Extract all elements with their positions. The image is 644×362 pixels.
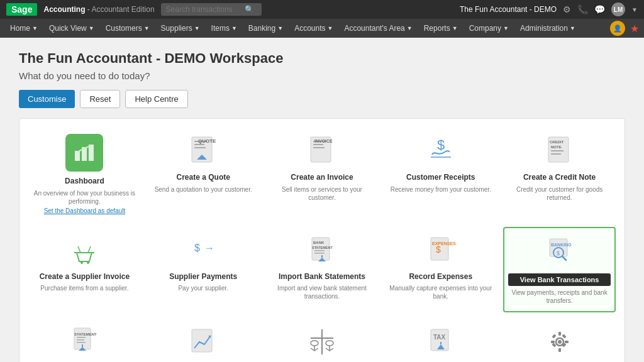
svg-text:BANKING: BANKING	[551, 243, 572, 247]
nav-quickview-label: Quick View	[49, 24, 87, 33]
svg-rect-0	[75, 151, 80, 161]
search-icon: 🔍	[245, 5, 254, 14]
card-record-expenses-desc: Manually capture expenses into your bank…	[388, 284, 493, 300]
svg-rect-59	[558, 348, 561, 352]
nav-customers[interactable]: Customers ▼	[101, 21, 155, 36]
nav-quickview-arrow: ▼	[89, 25, 94, 31]
card-supplier-payments-title: Supplier Payments	[169, 272, 237, 282]
dropdown-arrow-icon[interactable]: ▼	[631, 6, 638, 13]
nav-suppliers[interactable]: Suppliers ▼	[156, 21, 205, 36]
card-record-expenses[interactable]: EXPENSES $ Record Expenses Manually capt…	[384, 227, 497, 312]
svg-text:$: $	[436, 244, 441, 255]
cards-grid: Dashboard An overview of how your busine…	[28, 128, 616, 362]
svg-rect-43	[77, 342, 86, 343]
help-centre-button[interactable]: Help Centre	[125, 90, 187, 108]
search-box[interactable]: 🔍	[161, 3, 262, 16]
favourites-star-icon[interactable]: ★	[630, 23, 639, 35]
chat-icon[interactable]: 💬	[594, 4, 605, 14]
card-dashboard[interactable]: Dashboard An overview of how your busine…	[28, 128, 141, 221]
nav-accountants-area[interactable]: Accountant's Area ▼	[339, 21, 417, 36]
card-send-customer[interactable]: STATEMENT Send Customer	[28, 319, 141, 362]
svg-rect-63	[562, 334, 566, 338]
svg-rect-42	[77, 339, 84, 341]
svg-rect-11	[313, 144, 323, 145]
profit-loss-icon	[186, 325, 220, 359]
user-profile-icon[interactable]: 👤	[610, 21, 625, 36]
svg-line-38	[562, 256, 566, 260]
expenses-icon: EXPENSES $	[424, 233, 458, 267]
nav-home[interactable]: Home ▼	[5, 21, 43, 36]
settings-gear-icon	[543, 325, 577, 359]
svg-rect-6	[194, 147, 206, 148]
nav-administration-arrow: ▼	[570, 25, 575, 31]
nav-quickview[interactable]: Quick View ▼	[44, 21, 99, 36]
svg-text:STATEMENT: STATEMENT	[312, 246, 333, 250]
nav-administration[interactable]: Administration ▼	[515, 21, 580, 36]
svg-text:→: →	[204, 243, 214, 253]
nav-items[interactable]: Items ▼	[206, 21, 242, 36]
tax-icon: TAX	[424, 325, 458, 359]
nav-home-label: Home	[10, 24, 30, 33]
card-company-settings[interactable]: Change Company Settings	[503, 319, 616, 362]
svg-text:STATEMENT: STATEMENT	[74, 332, 97, 336]
nav-accounts[interactable]: Accounts ▼	[289, 21, 338, 36]
supplier-payments-icon: $ →	[186, 233, 220, 267]
card-dashboard-title: Dashboard	[65, 177, 104, 187]
card-balance-sheet[interactable]: Balance Sheet	[266, 319, 379, 362]
svg-rect-58	[558, 332, 561, 336]
card-supplier-invoice-desc: Purchase items from a supplier.	[40, 284, 128, 292]
balance-sheet-icon	[305, 325, 339, 359]
card-view-bank[interactable]: BANKING $ View Bank Transactions View pa…	[503, 227, 616, 312]
nav-bar-right: 👤 ★	[610, 21, 639, 36]
nav-suppliers-arrow: ▼	[194, 25, 200, 31]
svg-text:QUOTE: QUOTE	[198, 138, 216, 144]
nav-items-label: Items	[211, 24, 230, 33]
nav-banking[interactable]: Banking ▼	[243, 21, 288, 36]
nav-customers-label: Customers	[106, 24, 142, 33]
nav-reports[interactable]: Reports ▼	[419, 21, 463, 36]
reset-button[interactable]: Reset	[80, 90, 120, 108]
nav-accounts-arrow: ▼	[327, 25, 333, 31]
nav-reports-arrow: ▼	[452, 25, 458, 31]
svg-text:INVOICE: INVOICE	[314, 139, 333, 143]
card-credit-note[interactable]: CREDIT NOTE Create a Credit Note Credit …	[503, 128, 616, 221]
supplier-invoice-icon	[67, 233, 101, 267]
nav-banking-label: Banking	[248, 24, 275, 33]
svg-text:TAX: TAX	[433, 334, 446, 341]
card-supplier-invoice-title: Create a Supplier Invoice	[40, 272, 130, 282]
card-dashboard-link[interactable]: Set the Dashboard as default	[44, 207, 126, 214]
card-vat-return[interactable]: TAX Prepare your VAT Return	[384, 319, 497, 362]
search-input[interactable]	[166, 5, 242, 14]
settings-icon[interactable]: ⚙	[563, 4, 571, 14]
phone-icon[interactable]: 📞	[577, 4, 588, 14]
card-supplier-invoice[interactable]: Create a Supplier Invoice Purchase items…	[28, 227, 141, 312]
svg-rect-62	[552, 334, 556, 338]
card-customer-receipts[interactable]: $ Customer Receipts Receive money from y…	[384, 128, 497, 221]
svg-text:NOTE: NOTE	[551, 145, 562, 149]
avatar[interactable]: LM	[611, 3, 625, 16]
card-create-quote[interactable]: QUOTE Create a Quote Send a quotation to…	[147, 128, 260, 221]
dashboard-icon	[65, 134, 103, 172]
card-import-bank[interactable]: BANK STATEMENT Import Bank Statements Im…	[266, 227, 379, 312]
card-import-bank-title: Import Bank Statements	[279, 272, 365, 282]
nav-suppliers-label: Suppliers	[161, 24, 192, 33]
svg-rect-19	[551, 153, 561, 155]
nav-accounts-label: Accounts	[294, 24, 325, 33]
card-credit-note-desc: Credit your customer for goods returned.	[507, 185, 612, 202]
card-customer-receipts-desc: Receive money from your customer.	[391, 185, 491, 194]
top-bar-right: The Fun Accountant - DEMO ⚙ 📞 💬 LM ▼	[460, 3, 638, 16]
svg-text:$: $	[194, 243, 200, 253]
svg-text:BANK: BANK	[313, 241, 325, 244]
card-credit-note-title: Create a Credit Note	[523, 173, 596, 183]
card-supplier-payments[interactable]: $ → Supplier Payments Pay your supplier.	[147, 227, 260, 312]
card-profit-loss[interactable]: Profit and Loss	[147, 319, 260, 362]
svg-point-57	[558, 340, 562, 344]
quote-icon: QUOTE	[186, 134, 220, 168]
nav-accountants-area-label: Accountant's Area	[344, 24, 404, 33]
nav-company[interactable]: Company ▼	[464, 21, 514, 36]
card-view-bank-desc: View payments, receipts and bank transfe…	[508, 288, 611, 305]
company-name: The Fun Accountant - DEMO	[460, 5, 557, 14]
nav-accountants-area-arrow: ▼	[407, 25, 413, 31]
card-create-invoice[interactable]: INVOICE Create an Invoice Sell items or …	[266, 128, 379, 221]
customise-button[interactable]: Customise	[19, 90, 75, 108]
